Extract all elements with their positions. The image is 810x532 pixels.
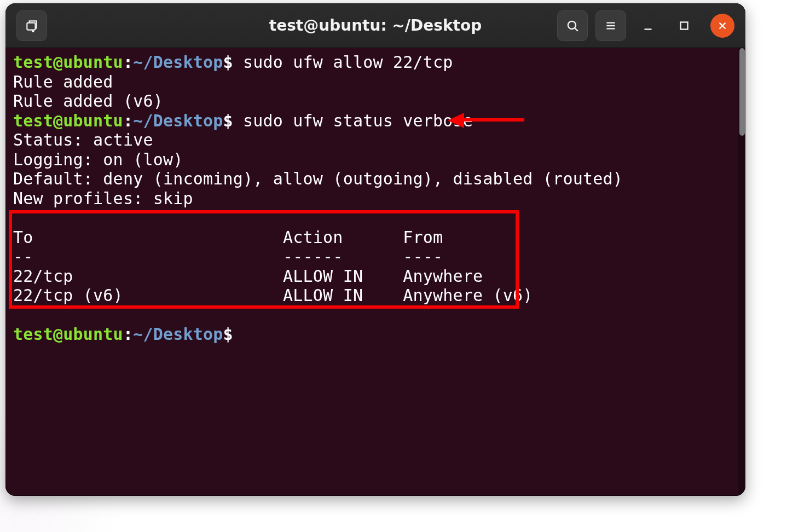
scrollbar-thumb[interactable]: [739, 48, 745, 136]
svg-rect-0: [27, 22, 35, 30]
svg-rect-7: [681, 22, 688, 29]
titlebar-left: [16, 10, 47, 41]
search-icon: [565, 19, 580, 33]
rules-table: To Action From -- ------ ---- 22/tcp ALL…: [13, 228, 533, 305]
terminal-text[interactable]: test@ubuntu:~/Desktop$ sudo ufw allow 22…: [5, 48, 738, 496]
prompt-colon-2: :: [123, 111, 133, 130]
rules-divider: -- ------ ----: [13, 247, 443, 266]
minimize-icon: [641, 19, 655, 33]
prompt-colon-3: :: [123, 325, 133, 344]
prompt-host: ubuntu: [63, 53, 123, 72]
output-rule-added-v6: Rule added (v6): [13, 91, 163, 111]
rules-row-2: 22/tcp (v6) ALLOW IN Anywhere (v6): [13, 286, 533, 305]
maximize-button[interactable]: [670, 11, 698, 40]
prompt-host-2: ubuntu: [63, 111, 123, 130]
prompt-user-2: test: [13, 111, 53, 130]
new-tab-icon: [25, 19, 39, 33]
window-title-text: test@ubuntu: ~/Desktop: [269, 16, 482, 34]
output-status: Status: active: [13, 130, 153, 149]
terminal-window: test@ubuntu: ~/Desktop: [5, 3, 745, 496]
prompt-path: ~/Desktop: [133, 53, 223, 72]
new-tab-button[interactable]: [16, 10, 47, 41]
terminal-body-wrap: test@ubuntu:~/Desktop$ sudo ufw allow 22…: [5, 48, 745, 496]
prompt-dollar-2: $: [223, 111, 233, 130]
cmd-status-verbose: sudo ufw status verbose: [233, 111, 473, 130]
prompt-path-2: ~/Desktop: [133, 111, 223, 130]
rules-row-1: 22/tcp ALLOW IN Anywhere: [13, 267, 483, 286]
prompt-colon: :: [123, 53, 133, 72]
prompt-user: test: [13, 53, 53, 72]
prompt-dollar: $: [223, 53, 233, 72]
hamburger-icon: [604, 19, 618, 33]
output-logging: Logging: on (low): [13, 150, 183, 169]
titlebar-right: [557, 10, 734, 41]
output-default: Default: deny (incoming), allow (outgoin…: [13, 169, 623, 188]
terminal-scrollbar[interactable]: [738, 48, 745, 496]
search-button[interactable]: [557, 10, 588, 41]
prompt-host-3: ubuntu: [63, 325, 123, 344]
close-button[interactable]: [710, 14, 734, 38]
page-root: test@ubuntu: ~/Desktop: [0, 0, 810, 532]
output-profiles: New profiles: skip: [13, 189, 193, 208]
minimize-button[interactable]: [634, 11, 662, 40]
output-rule-added: Rule added: [13, 72, 113, 91]
titlebar: test@ubuntu: ~/Desktop: [5, 3, 745, 48]
rules-header: To Action From: [13, 228, 443, 247]
maximize-icon: [677, 19, 691, 33]
cmd-allow-22: sudo ufw allow 22/tcp: [233, 53, 453, 72]
prompt-path-3: ~/Desktop: [133, 325, 223, 344]
prompt-at-3: @: [53, 325, 63, 344]
prompt-dollar-3: $: [223, 325, 233, 344]
prompt-at-2: @: [53, 111, 63, 130]
svg-point-1: [568, 21, 576, 28]
close-icon: [716, 20, 728, 32]
prompt-user-3: test: [13, 325, 53, 344]
menu-button[interactable]: [595, 10, 626, 41]
prompt-at: @: [53, 53, 63, 72]
svg-line-2: [575, 28, 578, 31]
